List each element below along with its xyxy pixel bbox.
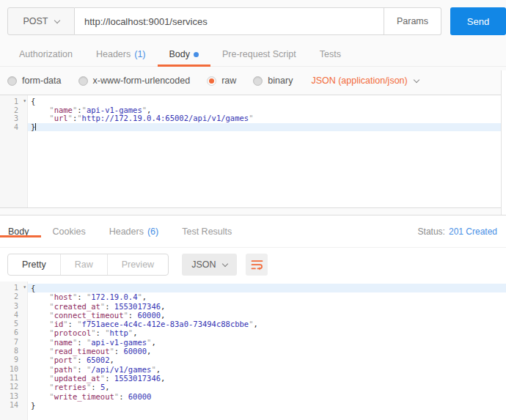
body-type-row: form-datax-www-form-urlencodedrawbinaryJ… (0, 67, 506, 95)
line-number: 1▾ (0, 284, 27, 292)
response-editor-gutter: 1▾234567891011121314 (0, 281, 28, 420)
radio-icon (207, 76, 216, 86)
tab-label: Headers (96, 49, 131, 59)
request-body-editor[interactable]: 1▾234 { "name":"api-v1-games", "url":"ht… (0, 95, 506, 208)
radio-form-data[interactable]: form-data (7, 75, 62, 86)
code-line[interactable]: { (28, 284, 506, 292)
text-cursor (35, 123, 36, 130)
language-dropdown[interactable]: JSON (182, 254, 237, 276)
method-dropdown[interactable]: POST (7, 7, 75, 35)
token-num: 60000 (123, 347, 147, 355)
fold-arrow-icon[interactable]: ▾ (23, 97, 26, 106)
content-type-dropdown[interactable]: JSON (application/json) (311, 75, 418, 86)
line-number: 7 (0, 338, 27, 347)
tab-pre-request-script[interactable]: Pre-request Script (210, 43, 308, 66)
token-p: , (156, 365, 161, 374)
token-key: name (54, 338, 73, 347)
radio-raw[interactable]: raw (207, 75, 236, 86)
line-number: 11 (0, 374, 27, 383)
token-p: , (110, 355, 114, 364)
line-number: 3 (0, 114, 27, 123)
wrap-text-button[interactable] (246, 254, 268, 276)
radio-icon (253, 76, 263, 86)
url-box: http://localhost:9001/services Params (75, 7, 441, 35)
tab-body[interactable]: Body (158, 43, 211, 66)
token-p (31, 392, 49, 401)
request-scrollbar-track[interactable] (501, 70, 506, 215)
tab-label: Pre-request Script (222, 49, 296, 59)
token-p (31, 292, 49, 301)
line-number: 2 (0, 106, 27, 115)
chevron-down-icon (54, 17, 59, 23)
code-line[interactable]: "protocol": "http", (28, 328, 506, 337)
tab-test-results[interactable]: Test Results (170, 226, 243, 237)
tab-cookies[interactable]: Cookies (41, 226, 98, 237)
code-line[interactable]: "retries": 5, (28, 383, 506, 391)
code-line[interactable]: } (28, 123, 506, 132)
token-key: url (54, 114, 68, 122)
tab-label: Headers (109, 226, 144, 237)
line-number: 9 (0, 355, 27, 364)
line-number: 3 (0, 302, 27, 311)
response-panel: BodyCookiesHeaders(6)Test ResultsStatus:… (0, 215, 506, 420)
token-key: read_timeout (54, 347, 110, 355)
tab-headers[interactable]: Headers(6) (98, 226, 171, 237)
code-line[interactable]: } (28, 401, 506, 410)
token-p (31, 328, 49, 337)
response-status: Status:201 Created (418, 226, 506, 237)
line-number: 13 (0, 392, 27, 401)
radio-binary[interactable]: binary (253, 75, 293, 86)
token-p: , (133, 328, 137, 337)
request-tabs: AuthorizationHeaders(1)BodyPre-request S… (0, 43, 506, 67)
send-button[interactable]: Send (450, 7, 506, 35)
code-line[interactable]: "port": 65002, (28, 355, 506, 364)
token-key: id (54, 320, 64, 328)
token-str: http://172.19.0.4:65002/api/v1/games (82, 114, 249, 122)
tab-headers[interactable]: Headers(1) (84, 43, 158, 66)
code-line[interactable]: "url":"http://172.19.0.4:65002/api/v1/ga… (28, 114, 506, 123)
token-key: port (54, 355, 73, 364)
token-p: { (31, 97, 35, 106)
token-p: : (96, 328, 106, 337)
response-body-editor[interactable]: 1▾234567891011121314 { "host": "172.19.0… (0, 281, 506, 420)
view-raw[interactable]: Raw (60, 254, 107, 275)
code-line[interactable]: "created_at": 1553017346, (28, 302, 506, 311)
radio-icon (78, 76, 88, 86)
token-key: updated_at (54, 374, 100, 383)
token-num: 60000 (137, 311, 161, 320)
chevron-down-icon (413, 76, 419, 82)
view-pretty[interactable]: Pretty (8, 254, 60, 275)
token-str: api-v1-games (87, 106, 142, 114)
params-button[interactable]: Params (384, 8, 441, 34)
token-p: : (119, 392, 128, 401)
tab-body[interactable]: Body (0, 226, 41, 237)
code-line[interactable]: "connect_timeout": 60000, (28, 311, 506, 320)
code-line[interactable]: "updated_at": 1553017346, (28, 374, 506, 383)
request-editor-code[interactable]: { "name":"api-v1-games", "url":"http://1… (28, 95, 506, 207)
code-line[interactable]: "id": "f751aece-4c4c-412e-83a0-73494c88c… (28, 320, 506, 328)
fold-arrow-icon[interactable]: ▾ (23, 283, 26, 292)
token-p: , (161, 302, 165, 311)
status-label: Status: (418, 226, 445, 237)
tab-label: Body (169, 49, 191, 59)
token-q: " (249, 114, 253, 122)
code-line[interactable]: "name": "api-v1-games", (28, 338, 506, 347)
radio-x-www-form-urlencoded[interactable]: x-www-form-urlencoded (78, 75, 191, 86)
tab-tests[interactable]: Tests (308, 43, 353, 66)
code-line[interactable]: "read_timeout": 60000, (28, 347, 506, 355)
token-key: connect_timeout (54, 311, 124, 320)
radio-label: form-data (22, 75, 62, 86)
code-line[interactable]: "host": "172.19.0.4", (28, 292, 506, 301)
radio-icon (7, 76, 17, 86)
view-preview[interactable]: Preview (107, 254, 168, 275)
line-number: 14 (0, 401, 27, 410)
url-input[interactable]: http://localhost:9001/services (75, 8, 384, 34)
token-p: , (161, 374, 165, 383)
tab-authorization[interactable]: Authorization (7, 43, 84, 66)
response-editor-code[interactable]: { "host": "172.19.0.4", "created_at": 15… (28, 281, 506, 420)
request-editor-gutter: 1▾234 (0, 95, 28, 207)
token-p: , (254, 320, 258, 328)
token-key: write_timeout (54, 392, 114, 401)
code-line[interactable]: "path": "/api/v1/games", (28, 365, 506, 374)
code-line[interactable]: "write_timeout": 60000 (28, 392, 506, 401)
